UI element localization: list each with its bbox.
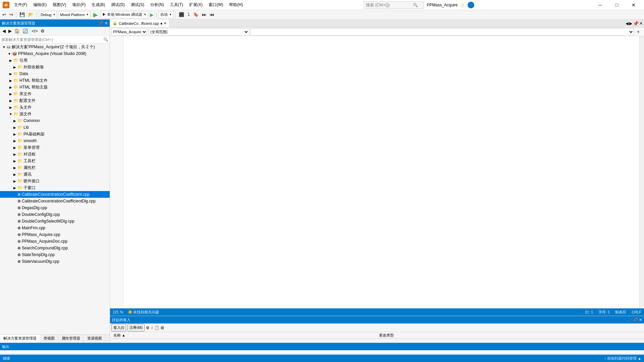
tab-close-btn[interactable]: ✕ <box>164 21 166 25</box>
tree-item-degas-cpp[interactable]: ⊕DegasDlg.cpp <box>0 204 110 211</box>
tree-item-pa-arch[interactable]: ▶📁PA基础构架 <box>0 131 110 137</box>
redo-btn[interactable]: ↪ <box>8 12 14 17</box>
menu-item[interactable]: 生成(B) <box>89 1 108 8</box>
menu-item[interactable]: 扩展(X) <box>186 1 205 8</box>
tree-item-dialogs[interactable]: ▶📁对话框 <box>0 151 110 158</box>
run-button[interactable]: ▶ <box>92 11 99 18</box>
sidebar-tab-0[interactable]: 解决方案资源管理器 <box>0 335 40 343</box>
auto-dropdown[interactable]: 自动 ▼ <box>159 11 173 18</box>
next-bookmark-btn[interactable]: ⏭ <box>201 12 207 17</box>
minimize-button[interactable]: ─ <box>592 0 608 10</box>
scope-dropdown[interactable]: PPMass_Acquire <box>111 28 147 36</box>
toggle-data[interactable]: ▶ <box>8 72 13 76</box>
undo-btn[interactable]: ↩ <box>1 12 7 17</box>
add-dropdown-btn[interactable]: ＋ <box>634 28 643 36</box>
toggle-pa-arch[interactable]: ▶ <box>12 132 17 136</box>
solution-toggle[interactable]: ▼ <box>1 45 7 49</box>
toggle-references[interactable]: ▶ <box>8 59 13 62</box>
sidebar-tab-1[interactable]: 类视图 <box>40 335 58 343</box>
pin-icon[interactable]: 📌 <box>99 21 103 25</box>
sidebar-nav-fwd[interactable]: ▶ <box>7 28 13 34</box>
toggle-html-help[interactable]: ▶ <box>8 79 13 82</box>
tree-item-hw-if[interactable]: ▶📁硬件接口 <box>0 178 110 184</box>
toggle-html-theme[interactable]: ▶ <box>8 85 13 89</box>
tree-item-lib-files[interactable]: ▶📁库文件 <box>0 90 110 97</box>
comment-button[interactable]: 注释(M) <box>127 324 145 331</box>
tree-item-menu-mgr[interactable]: ▶📁菜单管理 <box>0 144 110 151</box>
sidebar-nav-back[interactable]: ◀ <box>1 28 7 34</box>
toggle-dialogs[interactable]: ▶ <box>12 153 17 156</box>
tree-item-property[interactable]: ▶📁属性栏 <box>0 164 110 171</box>
save-btn[interactable]: 💾 <box>18 12 26 17</box>
sidebar-refresh[interactable]: 🔄 <box>21 28 29 34</box>
project-toggle[interactable]: ▼ <box>7 52 12 56</box>
tree-item-calib-cpp[interactable]: ⊕CalibrateConcentrationCoefficient.cpp <box>0 191 110 198</box>
settings-icon[interactable]: ⚙ <box>146 325 150 330</box>
sidebar-search-input[interactable] <box>1 38 103 42</box>
toggle-smooth[interactable]: ▶ <box>12 139 17 143</box>
toggle-external[interactable]: ▶ <box>12 65 17 69</box>
step-over-btn[interactable]: ⤵ <box>186 12 191 17</box>
tree-item-calib-dlg-cpp[interactable]: ⊕CalibrateConcentrationCoefficientDlg.cp… <box>0 198 110 204</box>
bookmarks-pin[interactable]: 📌 <box>633 318 638 322</box>
bookmarks-close[interactable]: ✕ <box>639 318 642 322</box>
sidebar-home[interactable]: 🏠 <box>13 28 21 34</box>
method-dropdown[interactable]: (全局范围) <box>149 28 249 36</box>
sidebar-tab-3[interactable]: 资源视图 <box>84 335 106 343</box>
run2-btn[interactable]: ▶ <box>149 12 154 17</box>
tree-item-state-vac-cpp[interactable]: ⊕StateVacuumDlg.cpp <box>0 258 110 265</box>
tree-item-toolbar[interactable]: ▶📁工具栏 <box>0 158 110 164</box>
sidebar-close-icon[interactable]: ✕ <box>105 21 108 25</box>
toggle-toolbar[interactable]: ▶ <box>12 159 17 163</box>
tabs-scroll-right[interactable]: ▶ <box>629 21 632 26</box>
toggle-hw-if[interactable]: ▶ <box>12 179 17 183</box>
checkin-button[interactable]: 签入(I) <box>111 324 126 331</box>
tree-item-comm[interactable]: ▶📁通讯 <box>0 171 110 178</box>
menu-item[interactable]: 窗口(W) <box>206 1 226 8</box>
tree-item-double-select-cpp[interactable]: ⊕DoubleConfigSelectMDlg.cpp <box>0 218 110 225</box>
toggle-comm[interactable]: ▶ <box>12 173 17 176</box>
tree-item-ppmass-cpp[interactable]: ⊕PPMass_Acquire.cpp <box>0 231 110 238</box>
toggle-lib-files[interactable]: ▶ <box>8 92 13 96</box>
toggle-property[interactable]: ▶ <box>12 166 17 170</box>
sidebar-settings[interactable]: ⚙ <box>40 28 46 34</box>
menu-item[interactable]: 视图(V) <box>50 1 69 8</box>
tree-item-header-files[interactable]: ▶📁头文件 <box>0 104 110 111</box>
prev-bookmark-btn[interactable]: ⏮ <box>209 12 215 17</box>
toggle-menu-mgr[interactable]: ▶ <box>12 146 17 149</box>
sidebar-code-view[interactable]: </> <box>31 28 39 34</box>
source-control-label[interactable]: ↑ 添加到源代码管理 ▲ <box>604 356 642 361</box>
tree-item-external[interactable]: ▶📁外部依赖项 <box>0 64 110 70</box>
tree-item-html-help[interactable]: ▶📁HTML 帮助文件 <box>0 77 110 84</box>
tree-item-html-theme[interactable]: ▶📁HTML 帮助主题 <box>0 84 110 90</box>
global-search[interactable]: 🔍 <box>364 1 424 9</box>
grid-icon[interactable]: ⊞ <box>161 325 164 330</box>
close-button[interactable]: ✕ <box>626 0 641 10</box>
tree-item-config-files[interactable]: ▶📁配置文件 <box>0 97 110 104</box>
restore-button[interactable]: □ <box>609 0 625 10</box>
tree-item-state-temp-cpp[interactable]: ⊕StateTempDlg.cpp <box>0 251 110 258</box>
tree-item-search-cpp[interactable]: ⊕SearchCompoundDlg.cpp <box>0 245 110 251</box>
tree-item-lib[interactable]: ▶📁Lib <box>0 124 110 131</box>
menu-item[interactable]: 编辑(E) <box>31 1 49 8</box>
toggle-lib[interactable]: ▶ <box>12 126 17 129</box>
tree-item-child-wnd[interactable]: ▶📁子窗口 <box>0 184 110 191</box>
debug-dropdown[interactable]: Debug ▼ <box>39 11 57 18</box>
tree-item-ppmass-doc-cpp[interactable]: ⊕PPMass_AcquireDoc.cpp <box>0 238 110 245</box>
tree-item-data[interactable]: ▶📁Data <box>0 70 110 77</box>
tree-item-common[interactable]: ▶📁Common <box>0 117 110 124</box>
tree-item-project[interactable]: ▼ 📦 PPMass_Acquire (Visual Studio 2008) <box>0 50 110 57</box>
symbol-dropdown[interactable] <box>251 28 634 36</box>
list-icon[interactable]: 📋 <box>154 325 159 330</box>
sidebar-search-box[interactable]: 🔍 <box>0 36 110 44</box>
menu-item[interactable]: 工具(T) <box>167 1 186 8</box>
toggle-source-files[interactable]: ▼ <box>8 112 13 116</box>
menu-item[interactable]: 调试(D) <box>108 1 127 8</box>
tabs-close[interactable]: ✕ <box>639 21 643 26</box>
menu-item[interactable]: 测试(S) <box>128 1 147 8</box>
menu-item[interactable]: 项目(P) <box>69 1 88 8</box>
menu-item[interactable]: 文件(F) <box>11 1 30 8</box>
tree-item-source-files[interactable]: ▼📁源文件 <box>0 111 110 117</box>
menu-item[interactable]: 分析(N) <box>148 1 167 8</box>
breakpoint-btn[interactable]: ⬛ <box>178 12 185 17</box>
